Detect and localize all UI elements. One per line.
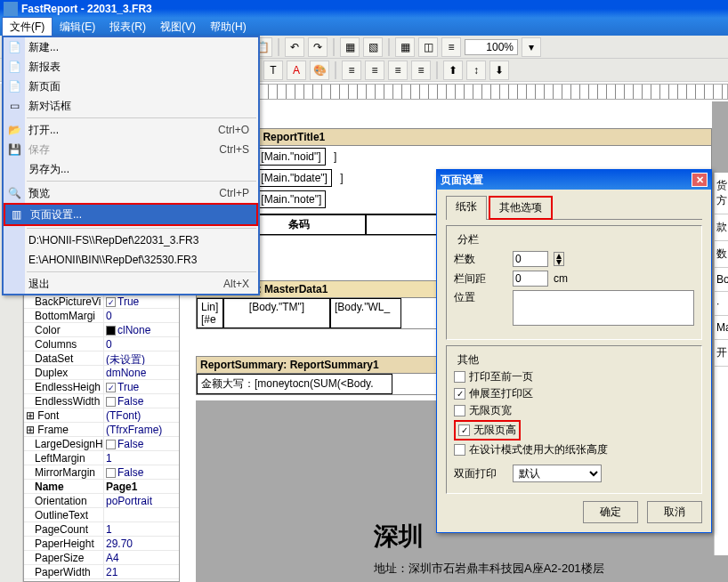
prop-value[interactable]: ✓True <box>104 380 179 393</box>
prop-value[interactable]: ✓True <box>104 295 179 308</box>
prop-row[interactable]: EndlessWidthFalse <box>24 394 179 408</box>
snap-button[interactable]: ◫ <box>418 37 438 57</box>
menu-view[interactable]: 视图(V) <box>153 18 203 36</box>
menu-saveas[interactable]: 另存为... <box>4 159 258 179</box>
prop-value[interactable]: False <box>104 437 179 450</box>
prop-value[interactable]: 1 <box>104 522 179 536</box>
menu-help[interactable]: 帮助(H) <box>203 18 254 36</box>
prop-row[interactable]: ⊞ Frame(TfrxFrame) <box>24 423 179 437</box>
checkbox-endlessheight[interactable]: ✓ <box>458 424 470 436</box>
fillcolor-button[interactable]: 🎨 <box>310 61 329 80</box>
menu-new[interactable]: 📄新建... <box>4 37 258 57</box>
ok-button[interactable]: 确定 <box>583 501 638 523</box>
prop-row[interactable]: LeftMargin1 <box>24 451 179 465</box>
input-colgap[interactable] <box>513 271 548 287</box>
menu-open[interactable]: 📂打开...Ctrl+O <box>4 120 258 140</box>
menu-edit[interactable]: 编辑(E) <box>53 18 102 36</box>
cell[interactable]: [Main."noid"] <box>256 148 325 166</box>
menu-save[interactable]: 💾保存Ctrl+S <box>4 140 258 159</box>
menu-newreport[interactable]: 📄新报表 <box>4 57 258 77</box>
prop-value[interactable]: 0 <box>104 309 179 322</box>
cell[interactable]: [Main."note"] <box>256 190 326 208</box>
menu-preview[interactable]: 🔍预览Ctrl+P <box>4 183 258 203</box>
align-button[interactable]: ≡ <box>441 37 461 57</box>
menu-newpage[interactable]: 📄新页面 <box>4 77 258 96</box>
valign-top-button[interactable]: ⬆ <box>443 61 463 80</box>
align-justify-button[interactable]: ≡ <box>411 61 431 80</box>
dialog-title[interactable]: 页面设置 ✕ <box>437 170 711 190</box>
align-left-button[interactable]: ≡ <box>342 61 361 80</box>
align-center-button[interactable]: ≡ <box>365 61 384 80</box>
checkbox-largedesign[interactable] <box>454 444 465 456</box>
valign-bot-button[interactable]: ⬇ <box>489 61 509 80</box>
prop-row[interactable]: EndlessHeigh✓True <box>24 380 179 394</box>
prop-value[interactable]: (TFont) <box>104 408 179 422</box>
zoom-dropdown[interactable]: ▾ <box>522 37 541 57</box>
checkbox-stretch[interactable]: ✓ <box>454 388 465 400</box>
prop-value[interactable]: 1 <box>104 451 179 465</box>
prop-value[interactable]: Page1 <box>104 480 179 493</box>
prop-value[interactable]: False <box>104 465 179 479</box>
checkbox-endlesswidth[interactable] <box>454 405 465 416</box>
menu-newdialog[interactable]: ▭新对话框 <box>4 96 258 116</box>
menu-report[interactable]: 报表(R) <box>102 18 153 36</box>
prop-value[interactable]: dmNone <box>104 366 179 379</box>
spin-colcount[interactable]: ▴▾ <box>554 252 564 266</box>
prop-row[interactable]: ⊞ Font(TFont) <box>24 408 179 423</box>
cancel-button[interactable]: 取消 <box>647 501 702 523</box>
tab-other[interactable]: 其他选项 <box>489 196 553 220</box>
prop-row[interactable]: BackPictureVi✓True <box>24 295 179 309</box>
menu-recent-1[interactable]: D:\HONII-FS\\RepDef\22031_3.FR3 <box>4 230 258 250</box>
cell[interactable]: [Body."TM"] <box>223 298 330 328</box>
input-colpos[interactable] <box>513 290 694 326</box>
prop-value[interactable]: 29.70 <box>104 537 179 550</box>
prop-value[interactable]: clNone <box>104 323 179 336</box>
align-right-button[interactable]: ≡ <box>388 61 408 80</box>
menu-recent-2[interactable]: E:\AHONII\BIN\\RepDef\32530.FR3 <box>4 250 258 270</box>
prop-row[interactable]: NamePage1 <box>24 480 179 494</box>
cell[interactable]: Lin][#e <box>197 298 223 328</box>
prop-row[interactable]: DataSet(未设置) <box>24 352 179 366</box>
ungroup-button[interactable]: ▧ <box>363 37 383 57</box>
cell[interactable]: [Main."bdate"] <box>256 169 332 187</box>
tab-paper[interactable]: 纸张 <box>446 196 487 220</box>
prop-row[interactable]: OutlineText <box>24 508 179 522</box>
prop-value[interactable]: 0 <box>104 337 179 351</box>
prop-row[interactable]: PaperHeight29.70 <box>24 537 179 551</box>
rightstrip-item: 货方 <box>715 173 728 214</box>
prop-value[interactable]: False <box>104 394 179 408</box>
prop-row[interactable]: DuplexdmNone <box>24 366 179 380</box>
cell[interactable]: 金额大写：[moneytocn(SUM(<Body. <box>197 374 392 394</box>
input-colcount[interactable] <box>513 251 548 267</box>
fontcolor-button[interactable]: T <box>263 61 283 80</box>
prop-row[interactable]: PageCount1 <box>24 522 179 537</box>
highlight-button[interactable]: A <box>287 61 306 80</box>
close-icon[interactable]: ✕ <box>692 173 708 187</box>
prop-row[interactable]: OrientationpoPortrait <box>24 494 179 508</box>
valign-mid-button[interactable]: ↕ <box>466 61 486 80</box>
select-duplex[interactable]: 默认 <box>513 465 602 482</box>
menu-pagesetup[interactable]: ▥页面设置... <box>5 205 256 224</box>
undo-button[interactable]: ↶ <box>285 37 304 57</box>
group-button[interactable]: ▦ <box>340 37 360 57</box>
grid-button[interactable]: ▦ <box>395 37 415 57</box>
prop-row[interactable]: Columns0 <box>24 337 179 352</box>
prop-row[interactable]: PaperSizeA4 <box>24 551 179 565</box>
cell[interactable]: [Body."WL_ <box>330 298 401 328</box>
prop-row[interactable]: BottomMargi0 <box>24 309 179 323</box>
menu-file[interactable]: 文件(F) <box>2 17 53 37</box>
prop-row[interactable]: LargeDesignHFalse <box>24 437 179 451</box>
prop-value[interactable]: (未设置) <box>104 352 179 365</box>
prop-row[interactable]: MirrorMarginFalse <box>24 465 179 480</box>
menu-exit[interactable]: 退出Alt+X <box>4 274 258 294</box>
prop-value[interactable]: A4 <box>104 551 179 564</box>
prop-value[interactable]: (TfrxFrame) <box>104 423 179 436</box>
prop-row[interactable]: PaperWidth21 <box>24 565 179 579</box>
prop-value[interactable] <box>104 508 179 521</box>
prop-value[interactable]: 21 <box>104 565 179 578</box>
redo-button[interactable]: ↷ <box>308 37 328 57</box>
checkbox-printprev[interactable] <box>454 371 465 383</box>
zoom-combo[interactable]: 100% <box>465 39 518 55</box>
prop-row[interactable]: ColorclNone <box>24 323 179 337</box>
prop-value[interactable]: poPortrait <box>104 494 179 507</box>
